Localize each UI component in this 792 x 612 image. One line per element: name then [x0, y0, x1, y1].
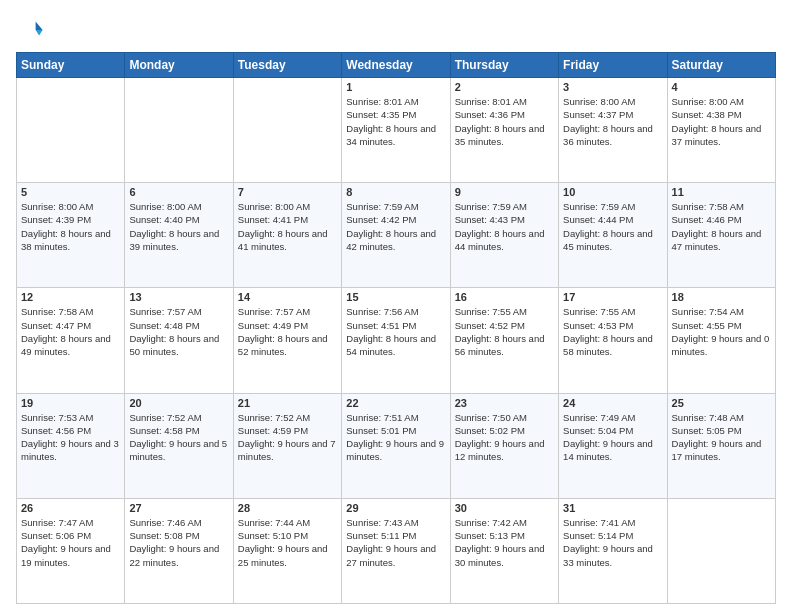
day-number: 12: [21, 291, 120, 303]
weekday-header-thursday: Thursday: [450, 53, 558, 78]
day-cell: 31Sunrise: 7:41 AMSunset: 5:14 PMDayligh…: [559, 498, 667, 603]
day-number: 4: [672, 81, 771, 93]
day-cell: 29Sunrise: 7:43 AMSunset: 5:11 PMDayligh…: [342, 498, 450, 603]
day-info: Sunrise: 7:54 AMSunset: 4:55 PMDaylight:…: [672, 305, 771, 358]
day-cell: 1Sunrise: 8:01 AMSunset: 4:35 PMDaylight…: [342, 78, 450, 183]
day-cell: 10Sunrise: 7:59 AMSunset: 4:44 PMDayligh…: [559, 183, 667, 288]
week-row-0: 1Sunrise: 8:01 AMSunset: 4:35 PMDaylight…: [17, 78, 776, 183]
day-cell: [17, 78, 125, 183]
day-number: 27: [129, 502, 228, 514]
day-cell: 22Sunrise: 7:51 AMSunset: 5:01 PMDayligh…: [342, 393, 450, 498]
day-number: 13: [129, 291, 228, 303]
day-number: 8: [346, 186, 445, 198]
day-number: 9: [455, 186, 554, 198]
day-info: Sunrise: 7:59 AMSunset: 4:44 PMDaylight:…: [563, 200, 662, 253]
day-number: 14: [238, 291, 337, 303]
day-number: 31: [563, 502, 662, 514]
svg-marker-0: [36, 22, 43, 30]
day-number: 28: [238, 502, 337, 514]
weekday-header-friday: Friday: [559, 53, 667, 78]
day-info: Sunrise: 7:47 AMSunset: 5:06 PMDaylight:…: [21, 516, 120, 569]
day-number: 15: [346, 291, 445, 303]
day-cell: 24Sunrise: 7:49 AMSunset: 5:04 PMDayligh…: [559, 393, 667, 498]
day-info: Sunrise: 7:51 AMSunset: 5:01 PMDaylight:…: [346, 411, 445, 464]
page: SundayMondayTuesdayWednesdayThursdayFrid…: [0, 0, 792, 612]
week-row-4: 26Sunrise: 7:47 AMSunset: 5:06 PMDayligh…: [17, 498, 776, 603]
day-cell: [233, 78, 341, 183]
day-info: Sunrise: 7:59 AMSunset: 4:42 PMDaylight:…: [346, 200, 445, 253]
day-cell: 21Sunrise: 7:52 AMSunset: 4:59 PMDayligh…: [233, 393, 341, 498]
day-number: 7: [238, 186, 337, 198]
day-number: 29: [346, 502, 445, 514]
day-info: Sunrise: 7:59 AMSunset: 4:43 PMDaylight:…: [455, 200, 554, 253]
day-info: Sunrise: 7:49 AMSunset: 5:04 PMDaylight:…: [563, 411, 662, 464]
day-cell: [125, 78, 233, 183]
day-number: 11: [672, 186, 771, 198]
day-info: Sunrise: 8:01 AMSunset: 4:36 PMDaylight:…: [455, 95, 554, 148]
day-info: Sunrise: 8:00 AMSunset: 4:38 PMDaylight:…: [672, 95, 771, 148]
day-cell: 9Sunrise: 7:59 AMSunset: 4:43 PMDaylight…: [450, 183, 558, 288]
week-row-2: 12Sunrise: 7:58 AMSunset: 4:47 PMDayligh…: [17, 288, 776, 393]
day-info: Sunrise: 7:48 AMSunset: 5:05 PMDaylight:…: [672, 411, 771, 464]
day-cell: 18Sunrise: 7:54 AMSunset: 4:55 PMDayligh…: [667, 288, 775, 393]
day-info: Sunrise: 8:00 AMSunset: 4:37 PMDaylight:…: [563, 95, 662, 148]
day-cell: 17Sunrise: 7:55 AMSunset: 4:53 PMDayligh…: [559, 288, 667, 393]
day-info: Sunrise: 7:52 AMSunset: 4:59 PMDaylight:…: [238, 411, 337, 464]
day-info: Sunrise: 7:57 AMSunset: 4:48 PMDaylight:…: [129, 305, 228, 358]
weekday-header-wednesday: Wednesday: [342, 53, 450, 78]
weekday-header-sunday: Sunday: [17, 53, 125, 78]
day-cell: 6Sunrise: 8:00 AMSunset: 4:40 PMDaylight…: [125, 183, 233, 288]
week-row-1: 5Sunrise: 8:00 AMSunset: 4:39 PMDaylight…: [17, 183, 776, 288]
day-number: 3: [563, 81, 662, 93]
day-number: 30: [455, 502, 554, 514]
day-info: Sunrise: 7:56 AMSunset: 4:51 PMDaylight:…: [346, 305, 445, 358]
day-number: 24: [563, 397, 662, 409]
day-cell: 26Sunrise: 7:47 AMSunset: 5:06 PMDayligh…: [17, 498, 125, 603]
day-info: Sunrise: 7:55 AMSunset: 4:53 PMDaylight:…: [563, 305, 662, 358]
day-number: 18: [672, 291, 771, 303]
day-info: Sunrise: 7:52 AMSunset: 4:58 PMDaylight:…: [129, 411, 228, 464]
day-cell: 16Sunrise: 7:55 AMSunset: 4:52 PMDayligh…: [450, 288, 558, 393]
day-number: 23: [455, 397, 554, 409]
day-number: 16: [455, 291, 554, 303]
day-cell: 8Sunrise: 7:59 AMSunset: 4:42 PMDaylight…: [342, 183, 450, 288]
day-number: 21: [238, 397, 337, 409]
day-info: Sunrise: 7:57 AMSunset: 4:49 PMDaylight:…: [238, 305, 337, 358]
day-cell: 25Sunrise: 7:48 AMSunset: 5:05 PMDayligh…: [667, 393, 775, 498]
day-cell: 7Sunrise: 8:00 AMSunset: 4:41 PMDaylight…: [233, 183, 341, 288]
day-number: 26: [21, 502, 120, 514]
day-number: 2: [455, 81, 554, 93]
day-info: Sunrise: 7:43 AMSunset: 5:11 PMDaylight:…: [346, 516, 445, 569]
header: [16, 16, 776, 44]
day-cell: 30Sunrise: 7:42 AMSunset: 5:13 PMDayligh…: [450, 498, 558, 603]
day-info: Sunrise: 7:55 AMSunset: 4:52 PMDaylight:…: [455, 305, 554, 358]
day-info: Sunrise: 7:58 AMSunset: 4:46 PMDaylight:…: [672, 200, 771, 253]
day-cell: 20Sunrise: 7:52 AMSunset: 4:58 PMDayligh…: [125, 393, 233, 498]
day-info: Sunrise: 8:00 AMSunset: 4:40 PMDaylight:…: [129, 200, 228, 253]
weekday-header-monday: Monday: [125, 53, 233, 78]
day-cell: 13Sunrise: 7:57 AMSunset: 4:48 PMDayligh…: [125, 288, 233, 393]
day-cell: 28Sunrise: 7:44 AMSunset: 5:10 PMDayligh…: [233, 498, 341, 603]
day-number: 5: [21, 186, 120, 198]
day-cell: 12Sunrise: 7:58 AMSunset: 4:47 PMDayligh…: [17, 288, 125, 393]
day-info: Sunrise: 7:58 AMSunset: 4:47 PMDaylight:…: [21, 305, 120, 358]
day-number: 1: [346, 81, 445, 93]
day-cell: 11Sunrise: 7:58 AMSunset: 4:46 PMDayligh…: [667, 183, 775, 288]
calendar-table: SundayMondayTuesdayWednesdayThursdayFrid…: [16, 52, 776, 604]
logo-icon: [16, 16, 44, 44]
day-number: 17: [563, 291, 662, 303]
day-cell: [667, 498, 775, 603]
day-info: Sunrise: 7:46 AMSunset: 5:08 PMDaylight:…: [129, 516, 228, 569]
day-cell: 27Sunrise: 7:46 AMSunset: 5:08 PMDayligh…: [125, 498, 233, 603]
day-cell: 5Sunrise: 8:00 AMSunset: 4:39 PMDaylight…: [17, 183, 125, 288]
day-cell: 4Sunrise: 8:00 AMSunset: 4:38 PMDaylight…: [667, 78, 775, 183]
day-cell: 2Sunrise: 8:01 AMSunset: 4:36 PMDaylight…: [450, 78, 558, 183]
day-number: 10: [563, 186, 662, 198]
day-info: Sunrise: 8:00 AMSunset: 4:41 PMDaylight:…: [238, 200, 337, 253]
week-row-3: 19Sunrise: 7:53 AMSunset: 4:56 PMDayligh…: [17, 393, 776, 498]
day-number: 22: [346, 397, 445, 409]
day-cell: 14Sunrise: 7:57 AMSunset: 4:49 PMDayligh…: [233, 288, 341, 393]
day-info: Sunrise: 7:42 AMSunset: 5:13 PMDaylight:…: [455, 516, 554, 569]
day-info: Sunrise: 8:01 AMSunset: 4:35 PMDaylight:…: [346, 95, 445, 148]
weekday-header-tuesday: Tuesday: [233, 53, 341, 78]
